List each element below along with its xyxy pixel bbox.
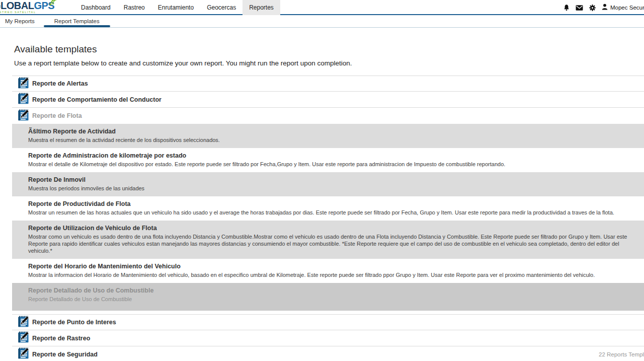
- template-name: Reporte de Flota: [32, 112, 82, 119]
- report-template-icon: [18, 93, 29, 106]
- fleet-report-children: Ãšltimo Reporte de Actividad Muestra el …: [12, 124, 644, 311]
- nav-item-label: Enrutamiento: [158, 4, 194, 11]
- tab[interactable]: Report Templates: [44, 15, 110, 27]
- report-template-icon: [18, 77, 29, 91]
- child-report-title: Reporte de Administracion de kilometraje…: [28, 152, 632, 160]
- nav-item-label: Reportes: [249, 4, 274, 11]
- nav-item[interactable]: Geocercas: [200, 0, 243, 15]
- main-nav: Dashboard Rastreo Enrutamiento Geocercas…: [74, 0, 280, 15]
- reports-tab-bar: My Reports Report Templates: [0, 15, 644, 28]
- top-nav-bar: GLOBALGPS RASTREO SATELITAL Dashboard Ra…: [0, 0, 644, 15]
- child-report-row: Reporte Detallado de Uso de Combustible …: [12, 283, 644, 311]
- signal-icon: [49, 0, 57, 8]
- child-report-description: Mostrar el detalle de Kilometraje del di…: [28, 161, 632, 168]
- page-title: Available templates: [14, 44, 630, 55]
- page-header: Available templates Use a report templat…: [14, 44, 630, 67]
- user-menu[interactable]: Mopec Security Admin: [602, 3, 644, 12]
- logo[interactable]: GLOBALGPS RASTREO SATELITAL: [0, 1, 54, 14]
- template-name: Reporte de Alertas: [32, 80, 88, 87]
- child-report-description: Mostrar como un vehiculo es usado dentro…: [28, 233, 632, 254]
- child-report-title: Reporte Detallado de Uso de Combustible: [28, 287, 632, 295]
- tab[interactable]: My Reports: [1, 15, 39, 27]
- child-report-description: Mostrar un resumen de las horas actuales…: [28, 209, 632, 216]
- nav-item[interactable]: Rastreo: [117, 0, 151, 15]
- templates-group-top: Reporte de Alertas: [12, 76, 644, 124]
- template-row[interactable]: Reporte de Flota: [12, 108, 644, 124]
- child-report-title: Reporte del Horario de Mantenimiento del…: [28, 263, 632, 270]
- child-report-description: Reporte Detallado de Uso de Combustible: [28, 296, 632, 303]
- tab-label: Report Templates: [54, 18, 100, 24]
- templates-list: Reporte de Alertas: [12, 76, 644, 361]
- child-report-description: Mostrar la informacion del Horario de Ma…: [28, 271, 632, 278]
- nav-item-label: Geocercas: [207, 4, 236, 11]
- nav-item[interactable]: Dashboard: [74, 0, 117, 15]
- logo-text: GLOBALGPS: [0, 1, 54, 11]
- user-icon: [602, 3, 608, 12]
- template-name: Reporte de Seguridad: [32, 351, 98, 358]
- child-report-row[interactable]: Reporte de Administracion de kilometraje…: [12, 148, 644, 172]
- child-report-row[interactable]: Reporte del Horario de Mantenimiento del…: [12, 259, 644, 283]
- user-name: Mopec Security Admin: [610, 5, 644, 11]
- template-row[interactable]: Reporte de Comportamiento del Conductor: [12, 92, 644, 108]
- template-name: Reporte de Comportamiento del Conductor: [32, 96, 162, 103]
- page-subtitle: Use a report template below to create an…: [14, 59, 630, 67]
- template-name: Reporte de Rastreo: [32, 335, 90, 342]
- child-report-title: Reporte De Inmovil: [28, 176, 632, 184]
- template-row[interactable]: Reporte de Alertas: [12, 76, 644, 92]
- nav-item[interactable]: Reportes: [243, 0, 280, 15]
- child-report-description: Muestra el resumen de la actividad recie…: [28, 136, 632, 143]
- templates-group-bottom: Reporte de Punto de Interes: [12, 314, 644, 361]
- bell-icon[interactable]: [564, 4, 570, 11]
- report-template-icon: [18, 331, 29, 345]
- report-template-icon: [18, 316, 29, 329]
- child-report-row[interactable]: Reporte De Inmovil Muestra los periodos …: [12, 172, 644, 196]
- template-row[interactable]: Reporte de Rastreo: [12, 330, 644, 346]
- report-template-icon: [18, 347, 29, 361]
- mail-icon[interactable]: [576, 5, 583, 11]
- report-template-icon: [18, 109, 29, 123]
- child-report-title: Reporte de Utilizacion de Vehiculo de Fl…: [28, 225, 632, 232]
- template-row[interactable]: Reporte de Seguridad: [12, 346, 644, 361]
- template-count: 22 Reports Templates: [599, 351, 644, 357]
- tab-label: My Reports: [5, 18, 35, 24]
- nav-item[interactable]: Enrutamiento: [151, 0, 200, 15]
- nav-item-label: Dashboard: [81, 4, 111, 11]
- child-report-row[interactable]: Ãšltimo Reporte de Actividad Muestra el …: [12, 124, 644, 148]
- child-report-description: Muestra los periodos inmoviles de las un…: [28, 185, 632, 192]
- child-report-title: Reporte de Productividad de Flota: [28, 200, 632, 208]
- child-report-row[interactable]: Reporte de Utilizacion de Vehiculo de Fl…: [12, 221, 644, 259]
- template-row[interactable]: Reporte de Punto de Interes: [12, 314, 644, 330]
- gear-icon[interactable]: [589, 5, 596, 11]
- nav-item-label: Rastreo: [124, 4, 145, 11]
- logo-tagline: RASTREO SATELITAL: [0, 11, 54, 14]
- child-report-row[interactable]: Reporte de Productividad de Flota Mostra…: [12, 196, 644, 221]
- header-actions: Mopec Security Admin: [564, 0, 644, 15]
- child-report-title: Ãšltimo Reporte de Actividad: [28, 128, 632, 135]
- template-name: Reporte de Punto de Interes: [32, 319, 116, 326]
